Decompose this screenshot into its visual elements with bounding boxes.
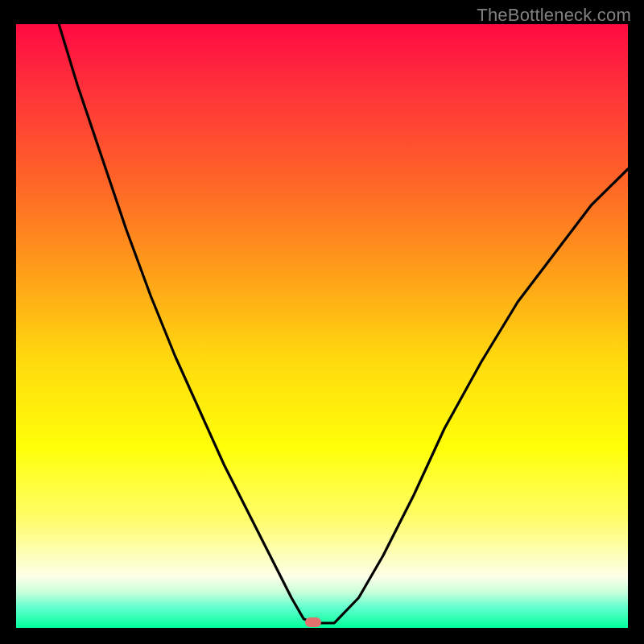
plot-area bbox=[16, 24, 628, 628]
bottleneck-curve bbox=[59, 24, 628, 623]
watermark-text: TheBottleneck.com bbox=[477, 5, 631, 26]
curve-layer bbox=[16, 24, 628, 628]
optimal-point-marker bbox=[305, 617, 321, 627]
chart-frame: TheBottleneck.com bbox=[0, 0, 644, 644]
